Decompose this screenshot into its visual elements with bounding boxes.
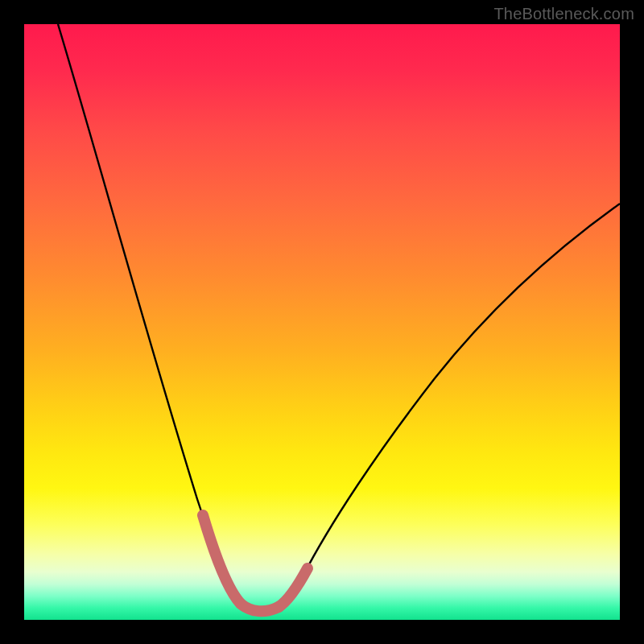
chart-frame: TheBottleneck.com xyxy=(0,0,644,644)
highlight-bottom xyxy=(241,604,279,611)
highlight-left-leg xyxy=(203,515,241,604)
bottleneck-curve xyxy=(58,24,620,611)
curve-layer xyxy=(24,24,620,620)
watermark-text: TheBottleneck.com xyxy=(493,5,634,23)
plot-area xyxy=(24,24,620,620)
highlight-right-leg xyxy=(279,568,308,607)
